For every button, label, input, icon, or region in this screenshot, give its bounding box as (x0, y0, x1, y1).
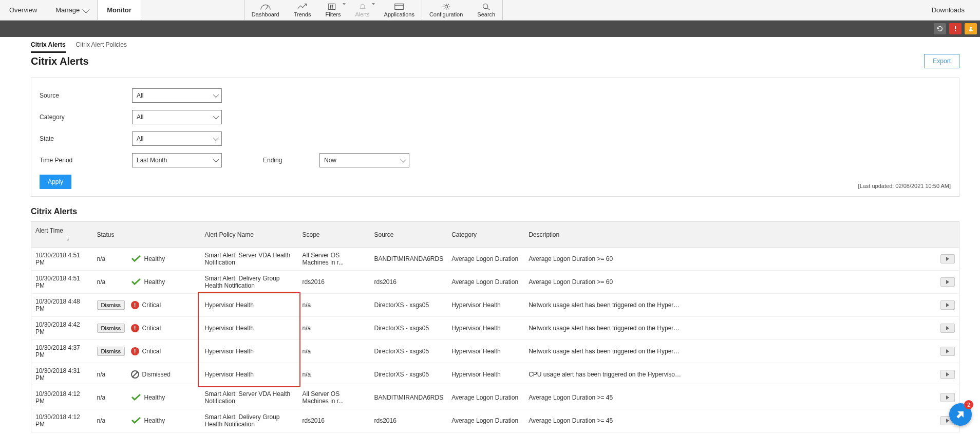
cell-category: Average Logon Duration (447, 271, 524, 294)
dismiss-button[interactable]: Dismiss (97, 300, 125, 310)
table-row[interactable]: 10/30/2018 4:31 PMn/aDismissedHypervisor… (31, 363, 959, 386)
col-source[interactable]: Source (370, 222, 448, 248)
cell-description: Average Logon Duration >= 45 (529, 394, 683, 401)
col-status[interactable]: Status (93, 222, 201, 248)
nav-overview[interactable]: Overview (0, 0, 46, 20)
tool-search[interactable]: Search (470, 0, 502, 20)
cell-description: Network usage alert has been triggered o… (529, 325, 683, 332)
label-ending: Ending (263, 157, 319, 164)
apply-button[interactable]: Apply (40, 175, 71, 189)
cell-policy: Hypervisor Health (201, 340, 298, 363)
healthy-icon (131, 255, 141, 263)
cell-policy: Hypervisor Health (201, 294, 298, 317)
tool-dashboard[interactable]: Dashboard (244, 0, 287, 20)
col-alert-time[interactable]: Alert Time ↓ (31, 222, 93, 248)
select-category[interactable]: All (132, 110, 222, 124)
select-ending[interactable]: Now (319, 153, 409, 167)
cell-policy: Smart Alert: Delivery Group Health Notif… (201, 271, 298, 294)
table-row[interactable]: 10/30/2018 4:51 PMn/aHealthySmart Alert:… (31, 271, 959, 294)
svg-rect-12 (955, 26, 956, 29)
downloads-link[interactable]: Downloads (932, 6, 965, 14)
nav-monitor[interactable]: Monitor (97, 0, 141, 20)
row-action-button[interactable] (940, 254, 955, 263)
tool-filters[interactable]: Filters (318, 0, 348, 20)
svg-rect-13 (955, 30, 956, 31)
table-row[interactable]: 10/30/2018 4:37 PMDismiss!CriticalHyperv… (31, 340, 959, 363)
cell-time: 10/30/2018 4:48 PM (35, 298, 89, 312)
cell-time: 10/30/2018 4:12 PM (35, 413, 89, 428)
row-action-button[interactable] (940, 300, 955, 310)
dismiss-button[interactable]: Dismiss (97, 324, 125, 333)
export-button[interactable]: Export (924, 54, 959, 68)
cell-time: 10/30/2018 4:12 PM (35, 390, 89, 405)
cell-scope: n/a (298, 340, 370, 363)
chevron-down-icon (401, 157, 406, 162)
svg-line-11 (487, 8, 490, 10)
select-timeperiod[interactable]: Last Month (132, 153, 222, 167)
table-row[interactable]: 10/30/2018 4:12 PMn/aHealthySmart Alert:… (31, 386, 959, 409)
chevron-down-icon (83, 6, 90, 13)
dismiss-na: n/a (97, 394, 106, 401)
svg-point-10 (483, 4, 487, 9)
bell-icon (357, 3, 368, 11)
cell-description: Average Logon Duration >= 45 (529, 417, 683, 424)
dropdown-caret-icon (343, 3, 346, 5)
row-action-button[interactable] (940, 324, 955, 333)
table-row[interactable]: 10/30/2018 4:51 PMn/aHealthySmart Alert:… (31, 248, 959, 271)
col-scope[interactable]: Scope (298, 222, 370, 248)
cell-source: rds2016 (370, 409, 448, 432)
svg-point-14 (970, 27, 972, 29)
cell-category: Hypervisor Health (447, 317, 524, 340)
critical-notice-icon[interactable] (949, 23, 962, 34)
trends-icon (297, 3, 308, 11)
filters-icon (327, 3, 338, 11)
chat-fab[interactable]: 2 (949, 403, 972, 426)
nav-manage[interactable]: Manage (46, 0, 97, 20)
status-label: Healthy (144, 278, 165, 286)
select-source[interactable]: All (132, 88, 222, 103)
cell-scope: rds2016 (298, 409, 370, 432)
cell-description: CPU usage alert has been triggered on th… (529, 371, 683, 378)
col-category[interactable]: Category (447, 222, 524, 248)
cell-source: BANDIT\MIRANDA6RDS (370, 386, 448, 409)
warning-notice-icon[interactable] (965, 23, 977, 34)
tool-trends[interactable]: Trends (287, 0, 318, 20)
status-label: Critical (142, 348, 161, 355)
table-row[interactable]: 10/30/2018 4:48 PMDismiss!CriticalHyperv… (31, 294, 959, 317)
row-action-button[interactable] (940, 347, 955, 356)
row-action-button[interactable] (940, 277, 955, 287)
dismissed-icon (131, 370, 139, 379)
label-state: State (40, 135, 132, 142)
row-action-button[interactable] (940, 393, 955, 402)
dismiss-na: n/a (97, 371, 106, 378)
cell-category: Hypervisor Health (447, 294, 524, 317)
cell-source: DirectorXS - xsgs05 (370, 340, 448, 363)
cell-category: Average Logon Duration (447, 409, 524, 432)
cell-scope: All Server OS Machines in r... (298, 248, 370, 271)
status-label: Critical (142, 325, 161, 332)
sort-desc-icon: ↓ (66, 234, 70, 242)
label-source: Source (40, 92, 132, 99)
row-action-button[interactable] (940, 370, 955, 379)
status-label: Healthy (144, 255, 165, 262)
select-state[interactable]: All (132, 131, 222, 146)
cell-source: BANDIT\MIRANDA6RDS (370, 248, 448, 271)
tool-configuration[interactable]: Configuration (422, 0, 470, 20)
col-description[interactable]: Description (524, 222, 936, 248)
col-policy[interactable]: Alert Policy Name (201, 222, 298, 248)
dismiss-button[interactable]: Dismiss (97, 347, 125, 356)
tool-applications[interactable]: Applications (377, 0, 422, 20)
cell-category: Average Logon Duration (447, 386, 524, 409)
cell-time: 10/30/2018 4:42 PM (35, 321, 89, 335)
subtab-citrix-alert-policies[interactable]: Citrix Alert Policies (76, 41, 127, 53)
dashboard-icon (260, 3, 271, 11)
cell-description: Network usage alert has been triggered o… (529, 301, 683, 309)
table-row[interactable]: 10/30/2018 4:12 PMn/aHealthySmart Alert:… (31, 409, 959, 432)
svg-rect-7 (395, 4, 404, 10)
table-row[interactable]: 10/30/2018 4:42 PMDismiss!CriticalHyperv… (31, 317, 959, 340)
applications-icon (393, 3, 405, 11)
subtab-citrix-alerts[interactable]: Citrix Alerts (31, 41, 66, 53)
refresh-button[interactable] (934, 23, 946, 34)
status-label: Healthy (144, 394, 165, 401)
cell-scope: All Server OS Machines in r... (298, 386, 370, 409)
